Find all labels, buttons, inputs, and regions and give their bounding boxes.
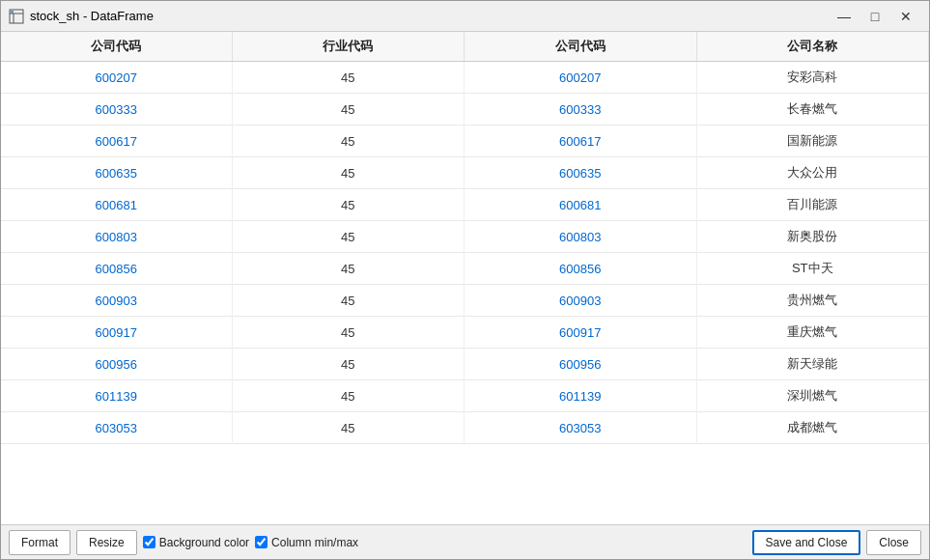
bg-color-checkbox[interactable]: [143, 536, 155, 548]
col-header-4: 公司名称: [696, 32, 929, 62]
cell-0-2: 600207: [465, 62, 696, 94]
cell-6-1: 45: [232, 253, 464, 285]
table-row: 60095645600956新天绿能: [1, 349, 929, 380]
cell-4-0: 600681: [1, 189, 232, 221]
col-minmax-checkbox[interactable]: [255, 536, 268, 548]
title-bar: stock_sh - DataFrame — □ ✕: [1, 1, 929, 32]
cell-7-0: 600903: [1, 285, 232, 317]
cell-7-3: 贵州燃气: [696, 285, 929, 317]
table-row: 60068145600681百川能源: [1, 189, 929, 221]
cell-10-3: 深圳燃气: [696, 380, 929, 412]
cell-9-2: 600956: [465, 349, 696, 380]
cell-7-2: 600903: [465, 285, 696, 317]
col-header-2: 行业代码: [232, 32, 464, 62]
cell-8-3: 重庆燃气: [696, 317, 929, 349]
col-header-1: 公司代码: [1, 32, 232, 62]
minimize-button[interactable]: —: [829, 5, 860, 28]
table-row: 60305345603053成都燃气: [1, 412, 929, 444]
cell-4-1: 45: [232, 189, 464, 221]
table-row: 60020745600207安彩高科: [1, 62, 929, 94]
cell-11-2: 603053: [465, 412, 696, 444]
cell-5-2: 600803: [465, 221, 696, 253]
save-close-button[interactable]: Save and Close: [752, 530, 861, 555]
table-row: 60061745600617国新能源: [1, 126, 929, 157]
cell-7-1: 45: [232, 285, 464, 317]
bg-color-checkbox-group[interactable]: Background color: [143, 536, 249, 549]
col-minmax-label: Column min/max: [271, 536, 358, 549]
cell-9-1: 45: [232, 349, 464, 380]
cell-3-3: 大众公用: [696, 157, 929, 189]
close-bottom-button[interactable]: Close: [866, 530, 921, 555]
table-container[interactable]: 公司代码 行业代码 公司代码 公司名称 60020745600207安彩高科60…: [1, 32, 929, 524]
cell-9-0: 600956: [1, 349, 232, 380]
bg-color-label: Background color: [159, 536, 249, 549]
cell-4-3: 百川能源: [696, 189, 929, 221]
main-window: stock_sh - DataFrame — □ ✕ 公司代码 行业代码 公司代…: [0, 0, 930, 560]
cell-2-1: 45: [232, 126, 464, 157]
app-icon: [9, 9, 24, 24]
cell-9-3: 新天绿能: [696, 349, 929, 380]
table-row: 60085645600856ST中天: [1, 253, 929, 285]
maximize-button[interactable]: □: [860, 5, 890, 28]
cell-0-3: 安彩高科: [696, 62, 929, 94]
cell-4-2: 600681: [465, 189, 696, 221]
table-header-row: 公司代码 行业代码 公司代码 公司名称: [1, 32, 929, 62]
table-row: 60091745600917重庆燃气: [1, 317, 929, 349]
cell-1-3: 长春燃气: [696, 94, 929, 126]
table-row: 60033345600333长春燃气: [1, 94, 929, 126]
col-minmax-checkbox-group[interactable]: Column min/max: [255, 536, 358, 549]
cell-3-2: 600635: [465, 157, 696, 189]
cell-0-0: 600207: [1, 62, 232, 94]
cell-10-1: 45: [232, 380, 464, 412]
cell-11-1: 45: [232, 412, 464, 444]
cell-2-0: 600617: [1, 126, 232, 157]
cell-8-0: 600917: [1, 317, 232, 349]
format-button[interactable]: Format: [9, 530, 70, 555]
cell-0-1: 45: [232, 62, 464, 94]
cell-11-3: 成都燃气: [696, 412, 929, 444]
status-bar: Format Resize Background color Column mi…: [1, 524, 929, 559]
cell-5-0: 600803: [1, 221, 232, 253]
table-row: 60090345600903贵州燃气: [1, 285, 929, 317]
cell-6-0: 600856: [1, 253, 232, 285]
resize-button[interactable]: Resize: [76, 530, 137, 555]
window-title: stock_sh - DataFrame: [30, 9, 829, 23]
cell-6-3: ST中天: [696, 253, 929, 285]
col-header-3: 公司代码: [465, 32, 696, 62]
cell-6-2: 600856: [465, 253, 696, 285]
cell-10-0: 601139: [1, 380, 232, 412]
cell-10-2: 601139: [465, 380, 696, 412]
table-row: 60080345600803新奥股份: [1, 221, 929, 253]
cell-5-1: 45: [232, 221, 464, 253]
close-button[interactable]: ✕: [890, 5, 921, 28]
cell-2-3: 国新能源: [696, 126, 929, 157]
cell-8-1: 45: [232, 317, 464, 349]
cell-5-3: 新奥股份: [696, 221, 929, 253]
svg-rect-3: [11, 11, 14, 14]
data-table: 公司代码 行业代码 公司代码 公司名称 60020745600207安彩高科60…: [1, 32, 929, 444]
table-row: 60063545600635大众公用: [1, 157, 929, 189]
cell-1-0: 600333: [1, 94, 232, 126]
window-controls: — □ ✕: [829, 5, 921, 28]
cell-11-0: 603053: [1, 412, 232, 444]
cell-3-1: 45: [232, 157, 464, 189]
table-row: 60113945601139深圳燃气: [1, 380, 929, 412]
cell-1-1: 45: [232, 94, 464, 126]
cell-2-2: 600617: [465, 126, 696, 157]
cell-1-2: 600333: [465, 94, 696, 126]
cell-8-2: 600917: [465, 317, 696, 349]
cell-3-0: 600635: [1, 157, 232, 189]
